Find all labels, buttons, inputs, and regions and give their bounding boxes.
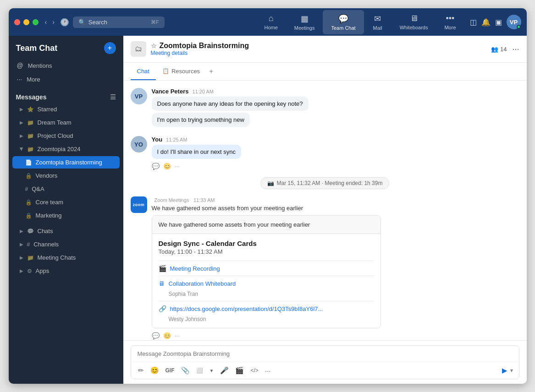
starred-label: Starred (38, 106, 57, 113)
card-link-whiteboard[interactable]: 🖥 Collaboration Whiteboard (159, 280, 374, 287)
sidebar-item-zoomtopia-brainstorming[interactable]: 📄 Zoomtopia Brainstorming (12, 156, 120, 169)
sidebar-item-chats[interactable]: ▶ 💬 Chats (12, 225, 120, 237)
tab-chat[interactable]: Chat (131, 63, 156, 80)
minimize-traffic-light[interactable] (23, 19, 29, 25)
bell-icon[interactable]: 🔔 (481, 18, 491, 27)
sidebar-item-starred[interactable]: ▶ ⭐ Starred (12, 103, 120, 115)
whiteboard-icon: 🖥 (159, 280, 165, 287)
tab-more[interactable]: ••• More (436, 10, 464, 34)
sidebar-item-dream-team[interactable]: ▶ 📁 Dream Team (12, 116, 120, 129)
avatar[interactable]: VP (507, 15, 521, 29)
hash-icon-qna: # (25, 186, 28, 192)
chat-title-group: ☆ Zoomtopia Brainstorming Meeting detail… (151, 42, 249, 56)
close-traffic-light[interactable] (14, 19, 20, 25)
tab-whiteboards-label: Whiteboards (400, 25, 428, 30)
chat-header-right: 👥 14 ··· (491, 44, 519, 54)
tab-team-chat[interactable]: 💬 Team Chat (323, 10, 364, 34)
mention-icon[interactable]: ⬜ (194, 366, 205, 375)
sidebar-item-more[interactable]: ··· More (12, 72, 120, 86)
sidebar-item-core-team[interactable]: 🔒 Core team (12, 196, 120, 208)
audio-icon[interactable]: 🎤 (218, 365, 231, 376)
sidebar-item-channels[interactable]: ▶ # Channels (12, 238, 120, 250)
filter-icon[interactable]: ☰ (110, 93, 116, 101)
more-msg-icon[interactable]: ··· (175, 163, 180, 170)
screen-icon[interactable]: ◫ (470, 18, 477, 27)
zoom-react-icon[interactable]: 😊 (163, 332, 171, 339)
gif-button[interactable]: GIF (163, 366, 177, 375)
chat-header-left: 🗂 ☆ Zoomtopia Brainstorming Meeting deta… (131, 41, 249, 57)
add-tab-button[interactable]: + (206, 63, 216, 80)
chat-input[interactable] (131, 346, 519, 362)
code-icon[interactable]: </> (248, 366, 260, 375)
lock-icon-core: 🔒 (25, 199, 32, 206)
favorite-star-icon[interactable]: ☆ (151, 42, 157, 49)
expand-arrow-dream: ▶ (20, 120, 23, 125)
layout-icon[interactable]: ▣ (495, 18, 502, 27)
search-bar[interactable]: 🔍 Search ⌘F (73, 16, 165, 28)
expand-arrow-starred: ▶ (20, 107, 23, 112)
tab-whiteboards[interactable]: 🖥 Whiteboards (392, 10, 436, 34)
sidebar-title: Team Chat (16, 44, 58, 53)
format-text-icon[interactable]: ✏ (136, 365, 146, 376)
zoomtopia-brainstorming-label: Zoomtopia Brainstorming (36, 159, 102, 166)
react-icon[interactable]: 😊 (163, 163, 171, 170)
team-chat-icon: 💬 (338, 14, 348, 24)
chat-title-text: Zoomtopia Brainstorming (160, 42, 249, 50)
dropdown-icon[interactable]: ▼ (207, 367, 216, 375)
reply-icon[interactable]: 💬 (152, 163, 160, 170)
meeting-details-link[interactable]: Meeting details (151, 50, 249, 56)
members-count: 👥 14 (491, 46, 507, 53)
sidebar-item-marketing[interactable]: 🔒 Marketing (12, 209, 120, 222)
maximize-traffic-light[interactable] (33, 19, 39, 25)
sidebar-item-zoomtopia-2024[interactable]: ▶ 📁 Zoomtopia 2024 (12, 143, 120, 155)
recording-label: Meeting Recording (170, 265, 220, 272)
meeting-ended-box: 📷 Mar 15, 11:32 AM · Meeting ended: 1h 3… (260, 177, 390, 189)
sidebar-item-mentions[interactable]: @ Mentions (12, 59, 120, 72)
tab-resources[interactable]: 📋 Resources (156, 63, 206, 80)
hash-icon-channels: # (27, 241, 30, 248)
zoom-more-icon[interactable]: ··· (175, 332, 180, 339)
send-dropdown[interactable]: ▼ (509, 368, 514, 373)
chat-more-button[interactable]: ··· (512, 44, 519, 54)
sidebar-item-qna[interactable]: # Q&A (12, 183, 120, 195)
card-link-recording[interactable]: 🎬 Meeting Recording (159, 265, 374, 272)
history-icon[interactable]: 🕐 (60, 18, 69, 27)
chat-icon-chats: 💬 (27, 228, 34, 234)
tab-home[interactable]: ⌂ Home (256, 10, 286, 34)
sidebar-item-project-cloud[interactable]: ▶ 📁 Project Cloud (12, 130, 120, 142)
tab-mail[interactable]: ✉ Mail (364, 10, 392, 34)
video-toolbar-icon[interactable]: 🎬 (233, 365, 246, 376)
sidebar-item-apps[interactable]: ▶ ⚙ Apps (12, 265, 120, 277)
expand-arrow-meeting-chats: ▶ (20, 255, 23, 260)
search-label: Search (88, 19, 107, 26)
nav-tabs: ⌂ Home ▦ Meetings 💬 Team Chat ✉ Mail 🖥 W… (256, 10, 464, 34)
folder-icon-meeting-chats: 📁 (27, 255, 34, 261)
url-label: https://docs.google.com/presentation/d/1… (170, 305, 323, 312)
back-arrow[interactable]: ‹ (43, 17, 49, 27)
tab-meetings[interactable]: ▦ Meetings (286, 10, 323, 34)
add-button[interactable]: + (104, 42, 116, 54)
send-button[interactable]: ▶ (502, 366, 507, 375)
zoom-reply-icon[interactable]: 💬 (152, 332, 160, 339)
you-author: You (152, 136, 163, 143)
messages-section-label: Messages ☰ (9, 90, 123, 103)
vance-msg-body: Vance Peters 11:20 AM Does anyone have a… (152, 88, 519, 129)
vance-time: 11:20 AM (192, 89, 213, 94)
zoom-msg-actions: 💬 😊 ··· (152, 332, 519, 339)
sidebar-item-meeting-chats[interactable]: ▶ 📁 Meeting Chats (12, 251, 120, 264)
zoom-sender-time: 11:33 AM (193, 197, 215, 203)
tab-chat-label: Chat (137, 68, 149, 75)
tab-resources-label: Resources (171, 68, 200, 75)
sidebar-item-vendors[interactable]: 🔒 Vendors (12, 169, 120, 182)
main-content: Team Chat + @ Mentions ··· More Messages… (9, 36, 527, 384)
card-link-url[interactable]: 🔗 https://docs.google.com/presentation/d… (159, 305, 374, 312)
home-icon: ⌂ (269, 14, 274, 23)
messages-label: Messages (16, 93, 47, 101)
zoom-logo: zoom (133, 202, 145, 207)
at-icon: @ (17, 62, 23, 69)
dream-team-label: Dream Team (38, 119, 72, 126)
emoji-icon[interactable]: 😊 (148, 365, 161, 376)
more-toolbar-icon[interactable]: ··· (263, 365, 273, 376)
forward-arrow[interactable]: › (50, 17, 56, 27)
attach-icon[interactable]: 📎 (179, 365, 192, 376)
